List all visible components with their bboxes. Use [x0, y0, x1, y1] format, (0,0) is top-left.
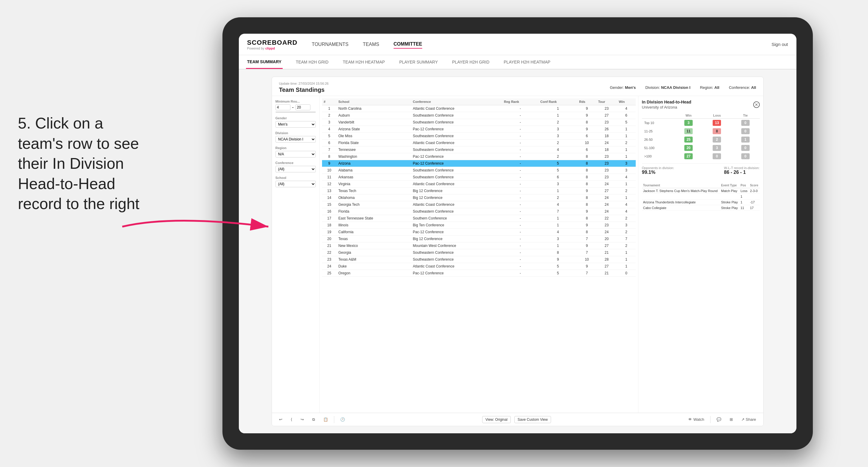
table-row[interactable]: 23 Texas A&M Southeastern Conference - 9…: [322, 256, 636, 263]
table-row[interactable]: 25 Oregon Pac-12 Conference - 5 7 21 0: [322, 270, 636, 277]
view-original-button[interactable]: View: Original: [482, 416, 511, 423]
copy-button[interactable]: ⧉: [310, 416, 317, 423]
h2h-row-11-25: 11-25 11 8 0: [642, 127, 760, 135]
conference-select[interactable]: (All) Atlantic Coast Conference Southeas…: [276, 166, 316, 173]
step-back-button[interactable]: ⟨: [288, 416, 294, 423]
paste-button[interactable]: 📋: [321, 416, 330, 423]
table-row[interactable]: 21 New Mexico Mountain West Conference -…: [322, 243, 636, 249]
table-row[interactable]: 5 Ole Miss Southeastern Conference - 3 6…: [322, 133, 636, 139]
col-tour: Tour: [596, 98, 617, 105]
table-row[interactable]: 11 Arkansas Southeastern Conference - 6 …: [322, 174, 636, 181]
division-select[interactable]: NCAA Division I NCAA Division II NCAA Di…: [276, 136, 316, 143]
h2h-loss-top10: 13: [703, 119, 731, 127]
cell-rds: 10: [577, 256, 596, 263]
gender-select[interactable]: Men's Women's: [276, 121, 316, 128]
clock-button[interactable]: 🕐: [338, 416, 347, 423]
table-row[interactable]: 3 Vanderbilt Southeastern Conference - 2…: [322, 119, 636, 126]
cell-tour: 23: [596, 174, 617, 181]
chat-button[interactable]: 💬: [714, 416, 724, 423]
h2h-tie-top10: 0: [731, 119, 760, 127]
table-row[interactable]: 12 Virginia Atlantic Coast Conference - …: [322, 181, 636, 188]
t-row-3[interactable]: Arizona Thunderbirds Intercollegiate Str…: [642, 199, 760, 205]
table-row[interactable]: 19 California Pac-12 Conference - 4 8 24…: [322, 229, 636, 236]
save-custom-view-button[interactable]: Save Custom View: [514, 416, 551, 423]
close-h2h-button[interactable]: ✕: [753, 101, 760, 108]
nav-tournaments[interactable]: TOURNAMENTS: [312, 40, 348, 48]
subnav-team-h2h-grid[interactable]: TEAM H2H GRID: [294, 55, 330, 69]
nav-teams[interactable]: TEAMS: [363, 40, 379, 48]
table-row[interactable]: 7 Tennessee Southeastern Conference - 4 …: [322, 147, 636, 153]
sign-out-button[interactable]: Sign out: [771, 42, 788, 47]
region-select[interactable]: N/A East West: [276, 151, 316, 157]
subnav-player-h2h-grid[interactable]: PLAYER H2H GRID: [451, 55, 491, 69]
share-button[interactable]: ↗ Share: [739, 416, 758, 423]
table-row[interactable]: 1 North Carolina Atlantic Coast Conferen…: [322, 105, 636, 112]
tournament-table: Tournament Event Type Pos Score Jackson …: [642, 183, 760, 211]
cell-win: 1: [617, 194, 636, 201]
cell-reg-rank: -: [502, 222, 538, 229]
h2h-label-51-100: 51-100: [642, 144, 675, 152]
table-row[interactable]: 17 East Tennessee State Southern Confere…: [322, 215, 636, 222]
cell-reg-rank: -: [502, 160, 538, 167]
subnav-player-h2h-heatmap[interactable]: PLAYER H2H HEATMAP: [502, 55, 552, 69]
t-col-score: Score: [749, 183, 760, 188]
t-row-2[interactable]: 1: [642, 194, 760, 199]
table-row[interactable]: 20 Texas Big 12 Conference - 3 7 20 7: [322, 236, 636, 243]
cell-tour: 24: [596, 139, 617, 147]
t-tournament-2: [642, 194, 720, 199]
table-row[interactable]: 14 Oklahoma Big 12 Conference - 2 8 24 1: [322, 194, 636, 201]
h2h-label-top10: Top 10: [642, 119, 675, 127]
table-row[interactable]: 16 Florida Southeastern Conference - 7 9…: [322, 208, 636, 215]
cell-win: 2: [617, 215, 636, 222]
cell-reg-rank: -: [502, 167, 538, 174]
table-row[interactable]: 13 Texas Tech Big 12 Conference - 1 9 27…: [322, 188, 636, 194]
table-row[interactable]: 2 Auburn Southeastern Conference - 1 9 2…: [322, 112, 636, 119]
toolbar-left: ↩ ⟨ ↪ ⧉ 📋 🕐: [277, 416, 347, 423]
min-rounds-label: Minimum Rou...: [276, 100, 316, 103]
cell-conference: Mountain West Conference: [411, 243, 502, 249]
undo-button[interactable]: ↩: [277, 416, 285, 423]
table-row[interactable]: 6 Florida State Atlantic Coast Conferenc…: [322, 139, 636, 147]
redo-button[interactable]: ↪: [298, 416, 306, 423]
subnav-team-h2h-heatmap[interactable]: TEAM H2H HEATMAP: [342, 55, 386, 69]
table-row[interactable]: 24 Duke Atlantic Coast Conference - 5 9 …: [322, 263, 636, 270]
dashboard-card: Update time: 27/03/2024 15:56:26 Team St…: [272, 76, 764, 426]
table-row[interactable]: 22 Georgia Southeastern Conference - 8 7…: [322, 249, 636, 256]
table-row[interactable]: 8 Washington Pac-12 Conference - 2 8 23 …: [322, 153, 636, 160]
t-row-1[interactable]: Jackson T. Stephens Cup Men's Match-Play…: [642, 188, 760, 194]
grid-button[interactable]: ⊞: [727, 416, 735, 423]
standings-area[interactable]: # School Conference Reg Rank Conf Rank R…: [320, 96, 638, 413]
table-row[interactable]: 10 Alabama Southeastern Conference - 5 8…: [322, 167, 636, 174]
subnav-player-summary[interactable]: PLAYER SUMMARY: [398, 55, 439, 69]
cell-rank: 13: [322, 188, 337, 194]
min-rounds-max-input[interactable]: [296, 104, 310, 110]
min-rounds-input[interactable]: [276, 104, 290, 110]
card-body: Minimum Rou... - Gender: [272, 96, 763, 413]
nav-committee[interactable]: COMMITTEE: [394, 40, 422, 49]
cell-rank: 25: [322, 270, 337, 277]
t-row-4[interactable]: Cabo Collegiate Stroke Play 11 17: [642, 205, 760, 211]
cell-reg-rank: -: [502, 243, 538, 249]
h2h-header: In Division Head-to-Head University of A…: [642, 100, 760, 110]
cell-conf-rank: 3: [538, 126, 577, 133]
division-filter-display: Division: NCAA Division I: [645, 85, 690, 90]
watch-button[interactable]: 👁 Watch: [686, 416, 706, 423]
table-row[interactable]: 4 Arizona State Pac-12 Conference - 3 9 …: [322, 126, 636, 133]
cell-reg-rank: -: [502, 181, 538, 188]
h2h-col-tie: Tie: [731, 113, 760, 119]
t-event-1: Match Play: [720, 188, 739, 194]
cell-rank: 4: [322, 126, 337, 133]
school-select[interactable]: (All): [276, 181, 316, 187]
cell-rds: 9: [577, 222, 596, 229]
table-row[interactable]: 9 Arizona Pac-12 Conference - 5 8 23 3: [322, 160, 636, 167]
table-row[interactable]: 18 Illinois Big Ten Conference - 1 9 23 …: [322, 222, 636, 229]
cell-tour: 21: [596, 249, 617, 256]
cell-reg-rank: -: [502, 119, 538, 126]
cell-conference: Southern Conference: [411, 215, 502, 222]
cell-rds: 9: [577, 208, 596, 215]
cell-rds: 9: [577, 188, 596, 194]
subnav-team-summary[interactable]: TEAM SUMMARY: [246, 55, 283, 69]
cell-win: 1: [617, 147, 636, 153]
h2h-panel: In Division Head-to-Head University of A…: [638, 96, 763, 413]
table-row[interactable]: 15 Georgia Tech Atlantic Coast Conferenc…: [322, 201, 636, 208]
